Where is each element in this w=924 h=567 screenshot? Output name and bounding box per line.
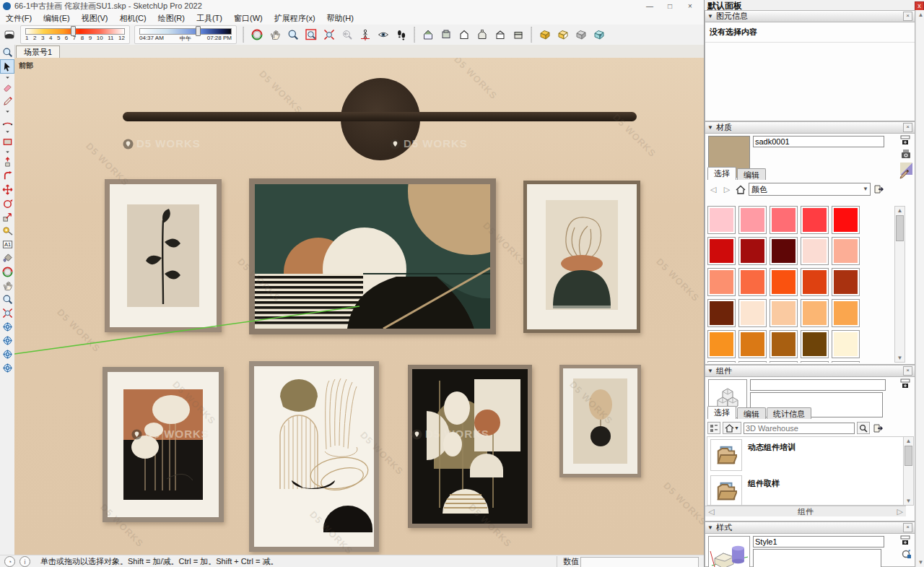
in-model-icon[interactable] [873, 184, 884, 195]
tool-flyout-caret[interactable] [1, 149, 14, 155]
time-slider-track[interactable] [139, 28, 232, 35]
color-swatch[interactable] [770, 268, 798, 296]
color-swatch[interactable] [738, 268, 767, 296]
tab-edit[interactable]: 编辑 [737, 407, 766, 419]
color-swatch[interactable] [738, 299, 767, 327]
tab-statistics[interactable]: 统计信息 [767, 407, 811, 419]
zoom-tool[interactable] [1, 293, 14, 306]
position-camera-button[interactable] [356, 26, 374, 43]
color-swatch[interactable] [832, 268, 860, 296]
info-icon[interactable]: i [19, 556, 30, 567]
style-preview[interactable] [708, 536, 750, 567]
orbit-button[interactable] [248, 26, 266, 43]
artwork-frame-lineart[interactable] [249, 361, 379, 552]
artwork-frame-botanical[interactable] [105, 179, 222, 332]
scene-tab-1[interactable]: 场景号1 [16, 46, 60, 58]
collapse-caret-icon[interactable]: ▼ [707, 368, 713, 374]
scrollbar-thumb[interactable] [896, 215, 904, 241]
pan-button[interactable] [266, 26, 284, 43]
eraser-tool[interactable] [1, 81, 14, 94]
right-view-button[interactable] [473, 26, 491, 43]
color-swatch[interactable] [738, 330, 767, 358]
scroll-down-icon[interactable]: ▼ [918, 559, 924, 566]
view-options-icon[interactable] [707, 422, 720, 434]
menu-item-6[interactable]: 工具(T) [191, 12, 228, 25]
display-secondary-pane-icon[interactable] [900, 378, 910, 390]
scroll-down-icon[interactable]: ▼ [905, 498, 912, 504]
pencil-tool[interactable] [1, 95, 14, 108]
show-section-planes-button[interactable] [554, 26, 572, 43]
show-section-cuts-button[interactable] [572, 26, 590, 43]
swatch-scrollbar[interactable]: ▲ ▼ [894, 206, 905, 363]
text-tool[interactable]: A1 [1, 238, 14, 251]
home-icon[interactable] [735, 184, 746, 195]
menu-item-2[interactable]: 编辑(E) [38, 12, 76, 25]
home-dropdown-icon[interactable]: ▼ [723, 422, 741, 434]
select-tool[interactable] [0, 59, 14, 74]
color-swatch[interactable] [770, 330, 798, 358]
warehouse-search-input[interactable] [744, 423, 855, 434]
menu-item-5[interactable]: 绘图(R) [152, 12, 191, 25]
plugin-tool[interactable] [1, 347, 14, 360]
component-list-item[interactable]: 组件取样 [707, 473, 905, 506]
scroll-up-icon[interactable]: ▲ [897, 207, 903, 214]
tab-select[interactable]: 选择 [707, 406, 736, 419]
arc-tool[interactable] [1, 115, 14, 128]
follow-me-tool[interactable] [1, 169, 14, 182]
color-swatch[interactable] [770, 237, 798, 265]
styles-header[interactable]: ▼ 样式 × [705, 522, 915, 534]
menu-item-9[interactable]: 帮助(H) [321, 12, 359, 25]
artwork-frame-dandelion[interactable] [103, 367, 224, 522]
display-secondary-pane-icon[interactable] [900, 135, 910, 147]
color-swatch[interactable] [707, 330, 736, 358]
color-swatch[interactable] [801, 361, 829, 363]
style-name-input[interactable] [753, 536, 884, 547]
section-fill-button[interactable]: ? [590, 26, 608, 43]
in-model-icon[interactable] [872, 423, 884, 433]
left-view-button[interactable] [509, 26, 527, 43]
component-name-input[interactable] [750, 379, 886, 391]
iso-view-button[interactable] [419, 26, 437, 43]
color-swatch[interactable] [801, 268, 829, 296]
materials-header[interactable]: ▼ 材质 × [705, 122, 915, 134]
menu-item-7[interactable]: 窗口(W) [228, 12, 269, 25]
color-swatch[interactable] [707, 299, 736, 327]
menu-item-4[interactable]: 相机(C) [113, 12, 152, 25]
component-list-item[interactable]: 动态组件培训 [707, 437, 905, 473]
geolocation-icon[interactable]: ◔ [4, 556, 15, 567]
color-swatch[interactable] [707, 268, 736, 296]
back-view-button[interactable] [491, 26, 509, 43]
back-arrow-icon[interactable]: ◁ [707, 184, 719, 195]
style-description-field[interactable] [753, 549, 881, 567]
previous-view-button[interactable] [338, 26, 356, 43]
scale-tool[interactable] [1, 210, 14, 223]
color-swatch[interactable] [832, 206, 860, 234]
front-view-button[interactable] [455, 26, 473, 43]
entity-info-header[interactable]: ▼ 图元信息 × [705, 11, 915, 22]
zoom-button[interactable] [284, 26, 302, 43]
artwork-frame-vase[interactable] [523, 181, 640, 333]
walk-button[interactable] [392, 26, 410, 43]
forward-arrow-icon[interactable]: ▷ [721, 184, 733, 195]
model-viewport[interactable]: 前部 [14, 58, 704, 555]
zoom-extents-button[interactable] [320, 26, 338, 43]
materials-close-icon[interactable]: × [903, 123, 912, 132]
collapse-caret-icon[interactable]: ▼ [707, 524, 713, 531]
menu-item-8[interactable]: 扩展程序(x) [269, 12, 321, 25]
close-button[interactable]: × [680, 1, 700, 12]
minimize-button[interactable]: — [640, 1, 660, 12]
page-forward-icon[interactable]: ▷ [897, 507, 903, 516]
artwork-frame-dark-abstract[interactable] [408, 365, 532, 528]
collapse-caret-icon[interactable]: ▼ [707, 124, 713, 131]
zoom-tool[interactable] [1, 46, 14, 59]
plugin-tool[interactable] [1, 320, 14, 333]
create-material-icon[interactable] [900, 148, 912, 161]
color-swatch[interactable] [832, 361, 860, 363]
styles-close-icon[interactable]: × [903, 523, 912, 532]
color-swatch[interactable] [832, 299, 860, 327]
color-swatch[interactable] [738, 206, 767, 234]
rotate-tool[interactable] [1, 196, 14, 209]
scroll-up-icon[interactable]: ▲ [905, 438, 912, 444]
color-swatch[interactable] [707, 237, 736, 265]
plugin-tool[interactable] [1, 334, 14, 347]
